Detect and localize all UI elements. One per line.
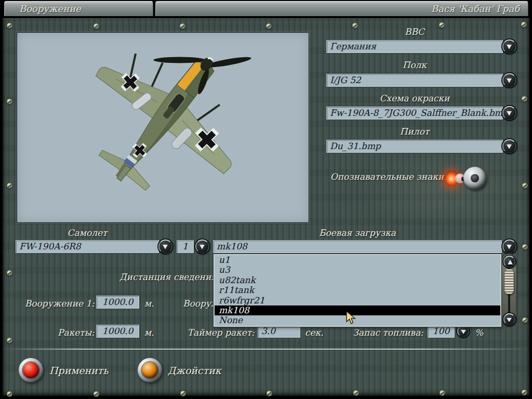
plane-select[interactable]: FW-190A-6R8 — [16, 240, 159, 253]
screw-icon — [522, 183, 528, 189]
fuel-label: Запас топлива: — [343, 327, 423, 338]
scroll-up-button[interactable] — [503, 256, 515, 268]
skin-label: Схема окраски — [326, 93, 503, 103]
list-item[interactable]: r6wfrgr21 — [215, 296, 500, 305]
chevron-down-icon — [163, 245, 168, 249]
weapon1-unit: м. — [144, 298, 154, 309]
screw-icon — [266, 23, 272, 29]
fuel-unit: % — [475, 327, 483, 338]
amber-button-icon — [142, 362, 158, 378]
screw-icon — [180, 391, 186, 396]
screw-icon — [7, 391, 12, 397]
rockets-unit: м. — [144, 327, 154, 338]
plane-count-select[interactable]: 1 — [177, 240, 194, 253]
aircraft-image — [17, 33, 308, 221]
screw-icon — [180, 23, 185, 29]
pilot-label: Пилот — [326, 126, 503, 137]
chevron-up-icon — [508, 260, 513, 264]
tab-armament-label: Вооружение — [19, 3, 81, 14]
weapon2-label: Вооружение 2: — [183, 298, 215, 309]
player-name: Вася 'Кабан' Граб — [431, 3, 520, 14]
markings-toggle[interactable] — [445, 166, 485, 192]
loadout-select[interactable]: mk108 — [213, 240, 502, 253]
weapon1-input[interactable]: 1000.0 — [96, 296, 139, 309]
rocket-timer-unit: сек. — [305, 327, 324, 338]
screw-icon — [7, 23, 12, 29]
screw-icon — [94, 23, 99, 29]
screw-icon — [522, 244, 528, 250]
toggle-base — [463, 167, 486, 190]
screw-icon — [522, 317, 528, 323]
screw-icon — [7, 183, 12, 189]
list-item-selected[interactable]: mk108 — [215, 305, 500, 315]
screw-icon — [7, 270, 12, 276]
chevron-down-icon — [461, 330, 466, 334]
scrollbar-thumb[interactable] — [504, 269, 514, 294]
screw-icon — [7, 338, 12, 343]
screw-icon — [267, 391, 272, 396]
joystick-button[interactable] — [138, 358, 162, 382]
aircraft-preview — [17, 32, 309, 223]
rockets-input[interactable]: 1000.0 — [96, 325, 139, 338]
screw-icon — [94, 391, 99, 397]
list-item[interactable]: None — [215, 315, 500, 325]
skin-dropdown-button[interactable] — [502, 106, 516, 120]
regiment-select[interactable]: I/JG 52 — [326, 74, 503, 87]
plane-label: Самолет — [16, 228, 159, 238]
rockets-label: Ракеты: — [21, 327, 95, 338]
list-item[interactable]: r11tank — [215, 285, 500, 295]
rocket-timer-label: Таймер ракет: — [171, 327, 255, 338]
loadout-label: Боевая загрузка — [213, 228, 502, 238]
chevron-down-icon — [507, 78, 512, 83]
screw-icon — [440, 390, 445, 396]
red-button-icon — [23, 362, 39, 378]
pilot-dropdown-button[interactable] — [502, 139, 516, 153]
chevron-down-icon — [507, 245, 512, 249]
weapon1-label: Вооружение 1: — [21, 298, 95, 309]
screw-icon — [7, 99, 12, 104]
regiment-dropdown-button[interactable] — [502, 73, 516, 87]
tab-armament[interactable]: Вооружение — [4, 1, 153, 16]
background-photo-ghost — [358, 151, 530, 229]
plane-dropdown-button[interactable] — [158, 240, 172, 254]
apply-button-label[interactable]: Применить — [49, 365, 109, 376]
list-item[interactable]: u82tank — [215, 275, 500, 285]
list-item[interactable]: u3 — [215, 265, 500, 275]
screw-icon — [521, 22, 527, 28]
chevron-down-icon — [507, 111, 512, 116]
screw-icon — [522, 390, 527, 395]
chevron-down-icon — [507, 45, 512, 49]
armament-screen: Вооружение Вася 'Кабан' Граб — [0, 0, 532, 399]
regiment-label: Полк — [326, 60, 503, 70]
chevron-down-icon — [200, 245, 205, 249]
markings-label: Опознавательные знаки: — [291, 171, 447, 182]
convergence-label: Дистанция сведения — [119, 272, 215, 282]
airforce-select[interactable]: Германия — [326, 40, 503, 53]
loadout-options-list: u1 u3 u82tank r11tank r6wfrgr21 mk108 No… — [214, 254, 501, 327]
skin-select[interactable]: Fw-190A-8_7JG300_Salffner_Blank.bm — [326, 107, 503, 119]
screw-icon — [353, 390, 359, 396]
apply-button[interactable] — [19, 358, 43, 382]
airforce-label: ВВС — [326, 26, 503, 37]
panel-seam-line — [3, 349, 529, 350]
scroll-down-button[interactable] — [503, 313, 515, 325]
plane-count-dropdown-button[interactable] — [195, 240, 209, 254]
joystick-button-label[interactable]: Джойстик — [168, 365, 221, 376]
player-name-bar: Вася 'Кабан' Граб — [155, 1, 528, 16]
pilot-select[interactable]: Du_31.bmp — [326, 140, 503, 153]
loadout-scrollbar[interactable] — [502, 254, 516, 327]
loadout-dropdown-button[interactable] — [502, 240, 516, 254]
cursor-icon — [346, 311, 356, 325]
chevron-down-icon — [507, 144, 512, 149]
list-item[interactable]: u1 — [215, 255, 500, 265]
chevron-down-icon — [507, 318, 512, 322]
airforce-dropdown-button[interactable] — [502, 39, 516, 54]
screw-icon — [522, 96, 527, 102]
fuel-dropdown-button[interactable] — [457, 325, 469, 337]
